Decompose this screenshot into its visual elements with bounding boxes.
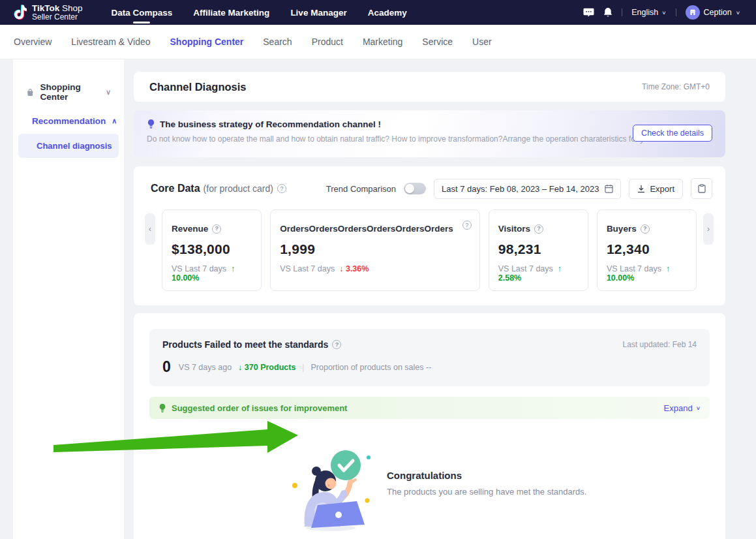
- logo-brand-regular: Shop: [59, 3, 82, 13]
- metric-vs-label: VS Last 7 days: [607, 264, 661, 273]
- bag-icon: [26, 87, 35, 97]
- chevron-down-icon: ∨: [106, 88, 111, 97]
- metric-value: 12,340: [607, 241, 687, 257]
- metric-value: 1,999: [280, 241, 470, 257]
- account-menu[interactable]: Ception ∨: [686, 5, 740, 20]
- help-icon[interactable]: ?: [462, 221, 472, 230]
- last-updated-label: Last updated: Feb 14: [623, 340, 697, 349]
- subnav-marketing[interactable]: Marketing: [363, 37, 402, 47]
- metric-vs-label: VS Last 7 days: [498, 264, 553, 273]
- banner-description: Do not know how to operate the mall and …: [147, 134, 712, 144]
- trend-arrow-icon: ↑: [666, 264, 670, 273]
- subnav-user[interactable]: User: [472, 37, 492, 47]
- subnav-shopping-center[interactable]: Shopping Center: [170, 37, 244, 47]
- topbar: TikTok Shop Seller Center Data Compass A…: [0, 0, 756, 25]
- topbar-divider: [676, 8, 676, 16]
- sidebar-item-label: Recommendation: [32, 116, 106, 126]
- topbar-divider: [622, 8, 622, 16]
- metric-label: Revenue: [172, 224, 208, 235]
- congrats-description: The products you are selling have met th…: [387, 487, 586, 497]
- congrats-section: Congratulations The products you are sel…: [149, 441, 710, 532]
- yellow-dot: [365, 499, 370, 503]
- metric-label: Buyers: [607, 224, 637, 235]
- core-data-subtitle: (for product card): [204, 183, 273, 194]
- top-nav-affiliate-marketing[interactable]: Affiliate Marketing: [193, 8, 269, 18]
- banner-title: The business strategy of Recommendation …: [160, 119, 381, 129]
- trend-comparison-toggle[interactable]: [404, 183, 426, 194]
- trend-arrow-icon: ↑: [231, 264, 235, 273]
- metric-card-orders[interactable]: ? OrdersOrdersOrdersOrdersOrdersOrders 1…: [270, 209, 480, 291]
- avatar: [686, 5, 700, 20]
- sidebar-item-shopping-center[interactable]: Shopping Center ∨: [18, 76, 119, 108]
- metric-card-revenue[interactable]: Revenue? $138,000 VS Last 7 days↑ 10.00%: [162, 209, 262, 291]
- standards-card: Products Failed to meet the standards? L…: [134, 313, 725, 539]
- help-icon[interactable]: ?: [534, 224, 543, 234]
- seller-center-page: TikTok Shop Seller Center Data Compass A…: [0, 0, 756, 539]
- download-icon: [637, 185, 645, 193]
- teal-dot: [367, 455, 370, 459]
- metric-vs-label: VS Last 7 days: [172, 264, 226, 273]
- subnav-overview[interactable]: Overview: [14, 37, 52, 47]
- subnav: Overview Livestream & Video Shopping Cen…: [0, 25, 756, 59]
- export-button[interactable]: Export: [629, 179, 683, 199]
- standards-title: Products Failed to meet the standards: [162, 339, 328, 350]
- metric-card-visitors[interactable]: Visitors? 98,231 VS Last 7 days↑ 2.58%: [489, 209, 588, 291]
- page-title: Channel Diagnosis: [149, 81, 247, 93]
- language-label: English: [631, 8, 658, 17]
- yellow-dot: [292, 483, 297, 488]
- carousel-right-button[interactable]: ›: [703, 213, 714, 245]
- top-nav-data-compass[interactable]: Data Compass: [112, 8, 173, 18]
- logo-brand-bold: TikTok: [32, 3, 59, 13]
- metric-value: $138,000: [172, 241, 252, 257]
- expand-button[interactable]: Expand ∨: [664, 403, 701, 413]
- carousel-left-button[interactable]: ‹: [145, 213, 155, 245]
- core-data-card: Core Data (for product card) ? Trend Com…: [134, 166, 725, 305]
- chevron-down-icon: ∨: [696, 405, 701, 411]
- metric-card-buyers[interactable]: Buyers? 12,340 VS Last 7 days↑ 10.00%: [597, 209, 697, 291]
- logo-line2: Seller Center: [32, 13, 83, 22]
- help-icon[interactable]: ?: [641, 224, 650, 234]
- help-icon[interactable]: ?: [332, 340, 341, 349]
- clipboard-icon: [698, 184, 706, 193]
- bell-icon[interactable]: [603, 7, 612, 18]
- expand-label: Expand: [664, 403, 693, 413]
- top-nav-live-manager[interactable]: Live Manager: [290, 8, 346, 18]
- storefront-icon: [689, 8, 697, 16]
- timezone-label: Time Zone: GMT+0: [642, 82, 710, 91]
- lightbulb-icon: [159, 403, 166, 413]
- sidebar: Shopping Center ∨ Recommendation ∧ Chann…: [13, 59, 124, 539]
- page-header-card: Channel Diagnosis Time Zone: GMT+0: [134, 72, 725, 102]
- chevron-up-icon: ∧: [112, 117, 117, 125]
- failed-products-count: 0: [162, 358, 171, 376]
- tiktok-shop-logo[interactable]: TikTok Shop Seller Center: [13, 4, 83, 22]
- date-range-text: Last 7 days: Feb 08, 2023 – Feb 14, 2023: [442, 184, 599, 194]
- subnav-livestream-video[interactable]: Livestream & Video: [71, 37, 150, 47]
- export-label: Export: [650, 184, 674, 194]
- language-selector[interactable]: English ∨: [631, 8, 666, 17]
- suggestion-title: Suggested order of issues for improvemen…: [172, 403, 347, 413]
- sidebar-subitem-channel-diagnosis[interactable]: Channel diagnosis: [18, 134, 119, 158]
- chat-icon[interactable]: [583, 8, 594, 18]
- sidebar-item-recommendation[interactable]: Recommendation ∧: [18, 110, 119, 132]
- metric-label: Visitors: [498, 224, 530, 235]
- copy-report-button[interactable]: [691, 178, 712, 199]
- subnav-search[interactable]: Search: [263, 37, 292, 47]
- help-icon[interactable]: ?: [277, 184, 286, 193]
- congrats-illustration: [292, 441, 376, 532]
- chevron-down-icon: ∨: [661, 10, 666, 16]
- suggestion-banner: Suggested order of issues for improvemen…: [149, 397, 710, 419]
- help-icon[interactable]: ?: [212, 224, 221, 234]
- standards-summary-panel: Products Failed to meet the standards? L…: [149, 329, 710, 386]
- trend-arrow-icon: ↓: [339, 264, 346, 273]
- top-nav-academy[interactable]: Academy: [368, 8, 407, 18]
- check-details-button[interactable]: Check the details: [633, 125, 712, 142]
- metric-label: OrdersOrdersOrdersOrdersOrdersOrders: [280, 224, 453, 235]
- trend-comparison-label: Trend Comparison: [326, 184, 396, 194]
- standards-delta: ↓ 370 Products: [238, 363, 295, 372]
- toggle-knob: [405, 184, 414, 193]
- subnav-product[interactable]: Product: [312, 37, 343, 47]
- metric-delta: ↓ 3.36%: [339, 264, 369, 273]
- date-range-picker[interactable]: Last 7 days: Feb 08, 2023 – Feb 14, 2023: [434, 179, 621, 199]
- main-content: Channel Diagnosis Time Zone: GMT+0 The b…: [134, 59, 725, 539]
- subnav-service[interactable]: Service: [422, 37, 453, 47]
